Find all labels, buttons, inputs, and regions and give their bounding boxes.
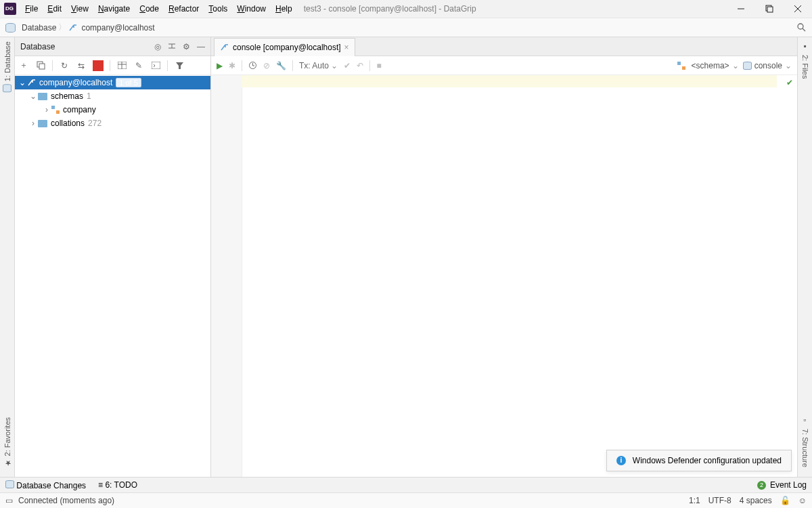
connection-status: Connected (moments ago) — [18, 496, 114, 505]
minimize-button[interactable] — [727, 0, 755, 18]
edit-icon[interactable]: ✎ — [133, 60, 144, 71]
event-log-badge: 2 — [757, 481, 766, 490]
database-icon — [743, 62, 752, 70]
editor-tabs: console [company@localhost] × — [211, 37, 797, 56]
console-selector[interactable]: console ⌄ — [743, 61, 792, 70]
svg-line-6 — [803, 28, 805, 31]
todo-button[interactable]: ≡ 6: TODO — [98, 480, 137, 490]
tree-datasource[interactable]: ⌄ company@localhost 1 of 5 — [15, 76, 210, 89]
chevron-down-icon[interactable]: ⌄ — [28, 91, 38, 101]
hide-panel-icon[interactable]: — — [197, 42, 205, 51]
file-encoding[interactable]: UTF-8 — [708, 496, 731, 505]
event-log-button[interactable]: Event Log — [770, 480, 807, 490]
stop-icon[interactable]: ■ — [376, 61, 381, 70]
menu-bar: File Edit View Navigate Code Refactor To… — [20, 1, 297, 16]
tx-mode-selector[interactable]: Tx: Auto ⌄ — [299, 61, 338, 70]
rollback-icon[interactable]: ⊘ — [263, 61, 270, 70]
target-icon[interactable]: ◎ — [154, 42, 161, 51]
menu-tools[interactable]: Tools — [204, 1, 232, 16]
files-icon[interactable]: ▪ — [803, 41, 806, 51]
database-panel-title: Database — [20, 42, 55, 51]
maximize-button[interactable] — [755, 0, 784, 18]
breadcrumb: Database 〉 company@localhost — [0, 18, 812, 37]
menu-navigate[interactable]: Navigate — [93, 1, 135, 16]
window-title: test3 - console [company@localhost] - Da… — [304, 4, 476, 14]
svg-rect-11 — [39, 64, 45, 69]
status-bar: ▭ Connected (moments ago) 1:1 UTF-8 4 sp… — [0, 492, 812, 508]
bottom-toolbar: Database Changes ≡ 6: TODO 2 Event Log — [0, 477, 812, 492]
app-icon — [4, 3, 16, 15]
tool-favorites-tab[interactable]: ★ 2: Favorites — [3, 413, 12, 471]
schema-selector[interactable]: <schema> ⌄ — [677, 61, 739, 70]
filter-icon[interactable] — [174, 60, 185, 71]
menu-refactor[interactable]: Refactor — [164, 1, 204, 16]
inspection-ok-icon[interactable]: ✔ — [786, 78, 793, 87]
history-icon[interactable] — [248, 61, 257, 70]
notification-popup[interactable]: i Windows Defender configuration updated — [606, 450, 792, 471]
cursor-position[interactable]: 1:1 — [689, 496, 700, 505]
breadcrumb-connection[interactable]: company@localhost — [68, 23, 154, 33]
close-button[interactable] — [784, 0, 812, 18]
database-tree: ⌄ company@localhost 1 of 5 ⌄ schemas 1 ›… — [15, 75, 210, 477]
tool-files-tab[interactable]: 2: Files — [801, 51, 809, 83]
database-toolbar: ＋ ↻ ⇆ ✎ — [15, 56, 210, 75]
refresh-icon[interactable]: ↻ — [59, 60, 70, 71]
chevron-right-icon: 〉 — [58, 22, 66, 33]
console-icon[interactable] — [150, 60, 161, 71]
code-editor[interactable]: ✔ i Windows Defender configuration updat… — [211, 75, 797, 477]
settings-icon[interactable]: ⚙ — [183, 42, 190, 51]
window-controls — [727, 0, 812, 18]
svg-point-5 — [798, 24, 803, 29]
indent-setting[interactable]: 4 spaces — [740, 496, 772, 505]
collapse-all-icon[interactable] — [168, 42, 176, 51]
database-changes-button[interactable]: Database Changes — [5, 480, 86, 490]
svg-rect-15 — [152, 62, 160, 69]
editor-area: console [company@localhost] × ▶ ✱ ⊘ 🔧 Tx… — [211, 37, 797, 477]
debug-icon[interactable]: ✱ — [229, 61, 235, 70]
datasource-count-badge: 1 of 5 — [116, 78, 141, 87]
run-icon[interactable]: ▶ — [217, 61, 223, 70]
inspector-icon[interactable]: ☺ — [798, 496, 807, 505]
sync-icon[interactable]: ⇆ — [76, 60, 87, 71]
commit-icon[interactable]: ✔ — [344, 61, 351, 70]
folder-icon — [38, 120, 47, 127]
menu-code[interactable]: Code — [135, 1, 164, 16]
chevron-right-icon[interactable]: › — [42, 105, 51, 114]
current-line-highlight — [242, 75, 777, 87]
tab-console[interactable]: console [company@localhost] × — [214, 38, 355, 56]
chevron-down-icon[interactable]: ⌄ — [18, 78, 27, 87]
menu-view[interactable]: View — [66, 1, 93, 16]
breadcrumb-database[interactable]: Database — [5, 23, 56, 33]
tree-schema-company[interactable]: › company — [15, 103, 210, 117]
menu-edit[interactable]: Edit — [43, 1, 66, 16]
add-icon[interactable]: ＋ — [18, 60, 29, 71]
structure-icon[interactable]: ▫ — [803, 415, 806, 425]
menu-window[interactable]: Window — [232, 1, 271, 16]
database-panel-header: Database ◎ ⚙ — — [15, 37, 210, 56]
menu-file[interactable]: File — [20, 1, 43, 16]
right-tool-strip: ▪ 2: Files ▫ 7: Structure — [797, 37, 812, 477]
line-gutter — [211, 75, 242, 477]
database-panel: Database ◎ ⚙ — ＋ ↻ ⇆ ✎ — [15, 37, 211, 477]
tool-database-tab[interactable]: 1: Database — [3, 37, 12, 96]
notification-text: Windows Defender configuration updated — [633, 456, 782, 465]
tree-schemas[interactable]: ⌄ schemas 1 — [15, 89, 210, 103]
status-box-icon[interactable]: ▭ — [5, 496, 13, 505]
query-console-icon — [220, 43, 229, 51]
tree-collations[interactable]: › collations 272 — [15, 117, 210, 130]
database-icon — [5, 23, 16, 33]
stop-icon[interactable] — [93, 60, 104, 71]
duplicate-icon[interactable] — [35, 60, 46, 71]
chevron-right-icon[interactable]: › — [28, 119, 38, 128]
table-icon[interactable] — [116, 60, 127, 71]
undo-icon[interactable]: ↶ — [357, 61, 363, 70]
editor-toolbar: ▶ ✱ ⊘ 🔧 Tx: Auto ⌄ ✔ ↶ ■ <schema> ⌄ cons… — [211, 56, 797, 75]
close-icon[interactable]: × — [344, 43, 349, 52]
search-icon[interactable] — [796, 22, 807, 33]
tool-structure-tab[interactable]: 7: Structure — [801, 425, 809, 471]
svg-rect-2 — [767, 7, 773, 12]
lock-icon[interactable]: 🔓 — [780, 496, 790, 505]
schema-icon — [51, 106, 60, 114]
wrench-icon[interactable]: 🔧 — [276, 61, 286, 70]
menu-help[interactable]: Help — [271, 1, 297, 16]
